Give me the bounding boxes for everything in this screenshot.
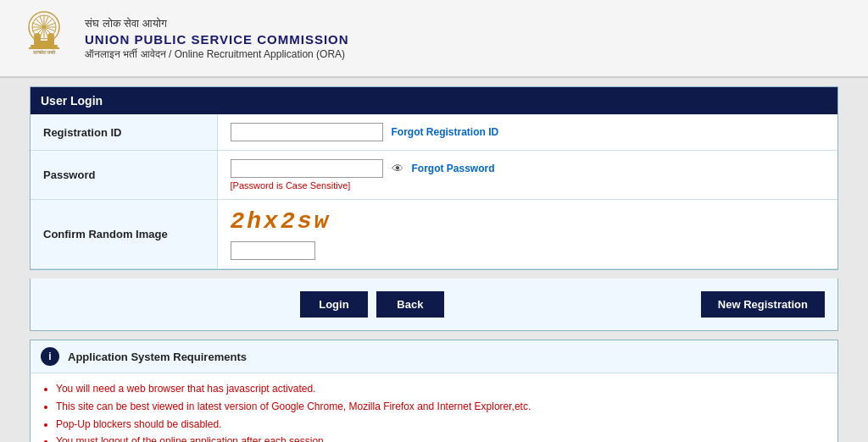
sys-req-header: i Application System Requirements [31, 340, 837, 373]
login-table: Registration ID Forgot Registration ID P… [31, 114, 837, 269]
captcha-cell: 2hx2sw [217, 200, 837, 269]
info-icon: i [41, 347, 59, 366]
registration-id-label: Registration ID [31, 114, 217, 151]
login-box-title: User Login [41, 94, 103, 108]
password-row: Password 👁 Forgot Password [Password is … [31, 151, 837, 200]
registration-id-cell: Forgot Registration ID [217, 114, 837, 151]
header-english: UNION PUBLIC SERVICE COMMISSION [85, 32, 349, 47]
forgot-password-link[interactable]: Forgot Password [412, 163, 495, 174]
password-label: Password [31, 151, 217, 200]
emblem-logo: सत्यमेव जयते [17, 8, 72, 68]
center-buttons: Login Back [43, 291, 701, 318]
registration-id-input-row: Forgot Registration ID [231, 123, 826, 141]
list-item: You must logout of the online applicatio… [56, 434, 825, 442]
svg-rect-14 [34, 38, 41, 42]
case-sensitive-note: [Password is Case Sensitive] [231, 180, 826, 191]
list-item: This site can be best viewed in latest v… [56, 400, 825, 414]
registration-id-row: Registration ID Forgot Registration ID [31, 114, 837, 151]
password-input-row: 👁 Forgot Password [231, 159, 826, 178]
page-header: सत्यमेव जयते संघ लोक सेवा आयोग UNION PUB… [0, 0, 868, 78]
header-ora: ऑनलाइन भर्ती आवेदन / Online Recruitment … [85, 48, 349, 60]
login-box-header: User Login [31, 87, 837, 114]
password-cell: 👁 Forgot Password [Password is Case Sens… [217, 151, 837, 200]
login-button[interactable]: Login [300, 291, 368, 318]
new-registration-button[interactable]: New Registration [701, 291, 825, 318]
list-item: You will need a web browser that has jav… [56, 382, 825, 396]
svg-text:सत्यमेव जयते: सत्यमेव जयते [32, 49, 57, 55]
svg-rect-11 [31, 45, 58, 47]
registration-id-input[interactable] [231, 123, 383, 141]
captcha-label: Confirm Random Image [31, 200, 217, 269]
captcha-row: Confirm Random Image 2hx2sw [31, 200, 837, 269]
captcha-image-text: 2hx2sw [231, 208, 826, 235]
header-hindi: संघ लोक सेवा आयोग [85, 17, 349, 30]
back-button[interactable]: Back [376, 291, 444, 318]
list-item: Pop-Up blockers should be disabled. [56, 417, 825, 432]
forgot-registration-link[interactable]: Forgot Registration ID [392, 126, 499, 138]
header-text-block: संघ लोक सेवा आयोग UNION PUBLIC SERVICE C… [85, 17, 349, 60]
login-box: User Login Registration ID Forgot Regist… [30, 86, 838, 270]
sys-req-list: You will need a web browser that has jav… [31, 373, 837, 442]
buttons-row: Login Back New Registration [30, 279, 838, 331]
sys-req-title: Application System Requirements [68, 351, 247, 363]
show-password-icon[interactable]: 👁 [392, 162, 403, 175]
svg-rect-16 [29, 47, 59, 49]
password-input[interactable] [231, 159, 383, 178]
system-requirements-box: i Application System Requirements You wi… [30, 340, 838, 442]
captcha-input[interactable] [231, 241, 315, 260]
main-content: User Login Registration ID Forgot Regist… [0, 78, 868, 442]
svg-rect-15 [47, 38, 54, 42]
